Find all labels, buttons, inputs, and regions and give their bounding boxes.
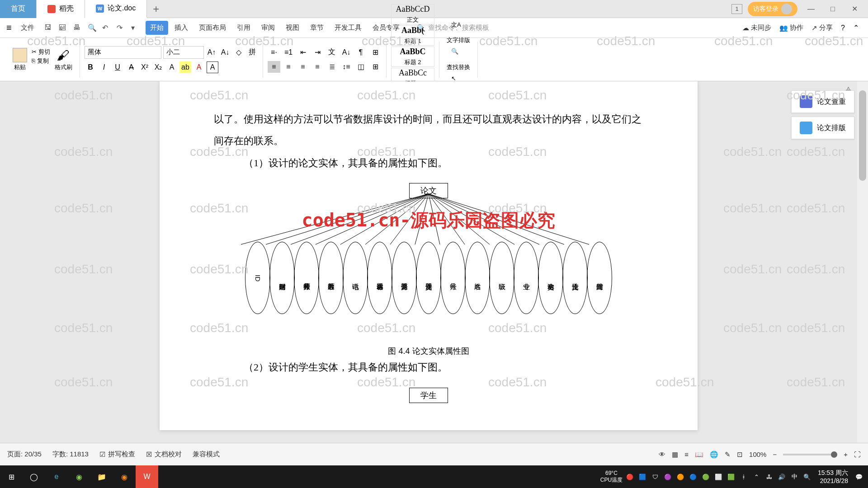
tab-add-button[interactable]: +: [147, 3, 165, 15]
help-icon[interactable]: ?: [841, 24, 845, 32]
style-body[interactable]: AaBbCcD正文: [391, 4, 434, 24]
align-right-button[interactable]: ≡: [297, 61, 309, 73]
show-marks-button[interactable]: ¶: [354, 47, 367, 58]
line-spacing-button[interactable]: ↕≡: [340, 61, 353, 73]
italic-button[interactable]: I: [98, 61, 110, 73]
numbering-button[interactable]: ≡1: [282, 47, 295, 58]
tray-icon-9[interactable]: 🟩: [726, 471, 736, 482]
font-size-select[interactable]: [163, 46, 204, 59]
cut-button[interactable]: ✂剪切: [32, 48, 50, 56]
collab-button[interactable]: 👥协作: [779, 23, 803, 32]
strikethrough-button[interactable]: A̶: [125, 61, 137, 73]
proofread-button[interactable]: ☒文档校对: [146, 450, 182, 459]
asian-layout-button[interactable]: 文: [326, 47, 338, 58]
explorer-icon[interactable]: 📁: [90, 465, 113, 488]
view-page-icon[interactable]: ▦: [672, 450, 678, 459]
tray-icon-5[interactable]: 🟠: [675, 471, 686, 482]
login-badge[interactable]: 访客登录: [748, 2, 797, 16]
tab-home[interactable]: 首页: [0, 0, 37, 18]
tray-icon-8[interactable]: ⬜: [713, 471, 724, 482]
align-justify-button[interactable]: ≡: [311, 61, 324, 73]
menu-start[interactable]: 开始: [146, 21, 168, 35]
menu-layout[interactable]: 页面布局: [194, 21, 231, 35]
tabs-button[interactable]: ⊞: [369, 47, 382, 58]
tray-icon-6[interactable]: 🔵: [688, 471, 698, 482]
box-indicator[interactable]: 1: [731, 4, 742, 14]
copy-button[interactable]: ⎘复制: [32, 57, 50, 65]
find-replace-button[interactable]: 🔍查找替换: [444, 48, 473, 71]
app-icon-1[interactable]: ◉: [113, 465, 136, 488]
align-center-button[interactable]: ≡: [282, 61, 295, 73]
distribute-button[interactable]: ≣: [326, 61, 338, 73]
align-left-button[interactable]: ≡: [268, 61, 280, 73]
tab-doke[interactable]: 稻壳: [37, 0, 85, 18]
bullets-button[interactable]: ≡·: [268, 47, 280, 58]
network-icon[interactable]: 🖧: [764, 471, 774, 482]
phonetic-button[interactable]: 拼: [246, 47, 258, 58]
style-heading2[interactable]: AaBbC标题 2: [391, 47, 434, 67]
grow-font-button[interactable]: A↑: [206, 47, 217, 58]
eye-icon[interactable]: 👁: [659, 450, 665, 458]
menu-devtools[interactable]: 开发工具: [330, 21, 366, 35]
zoom-slider[interactable]: [783, 454, 837, 455]
collapse-ribbon-icon[interactable]: ⌃: [853, 23, 859, 32]
tray-up-icon[interactable]: ⌃: [751, 471, 762, 482]
font-color-button[interactable]: A: [193, 61, 205, 73]
ie-icon[interactable]: e: [45, 465, 68, 488]
decrease-indent-button[interactable]: ⇤: [297, 47, 309, 58]
ime-icon[interactable]: 中: [789, 471, 800, 482]
format-painter-button[interactable]: 🖌 格式刷: [52, 48, 75, 71]
close-button[interactable]: ✕: [846, 1, 863, 17]
font-family-select[interactable]: [85, 46, 161, 59]
tray-icon-1[interactable]: 🔴: [624, 471, 635, 482]
menu-review[interactable]: 审阅: [257, 21, 279, 35]
view-outline-icon[interactable]: ≡: [684, 450, 689, 458]
wps-icon[interactable]: W: [136, 465, 158, 488]
preview-icon[interactable]: 🔍: [88, 23, 97, 33]
borders-button[interactable]: ⊞: [369, 61, 382, 73]
browser-icon[interactable]: ◉: [68, 465, 90, 488]
fit-icon[interactable]: ⊡: [737, 450, 743, 459]
zoom-in-button[interactable]: +: [844, 450, 848, 458]
tray-icon-4[interactable]: 🟣: [662, 471, 673, 482]
spellcheck-button[interactable]: ☑拼写检查: [99, 450, 135, 459]
increase-indent-button[interactable]: ⇥: [311, 47, 324, 58]
print-direct-icon[interactable]: 🗟: [59, 23, 68, 33]
redo-icon[interactable]: ↷: [117, 23, 126, 33]
paper-layout-button[interactable]: 论文排版: [791, 117, 854, 139]
highlight-button[interactable]: ab: [179, 61, 191, 73]
print-icon[interactable]: 🖶: [73, 23, 82, 33]
zoom-out-button[interactable]: −: [773, 450, 777, 458]
share-button[interactable]: ↗分享: [811, 23, 833, 32]
shrink-font-button[interactable]: A↓: [219, 47, 231, 58]
scrollbar-thumb[interactable]: [859, 90, 866, 181]
view-web-icon[interactable]: 🌐: [710, 450, 718, 459]
subscript-button[interactable]: X₂: [152, 61, 164, 73]
save-icon[interactable]: 🖫: [44, 23, 53, 33]
clear-format-button[interactable]: ◇: [233, 47, 245, 58]
minimize-button[interactable]: —: [803, 1, 819, 17]
start-button[interactable]: ⊞: [0, 465, 23, 488]
menu-chapter[interactable]: 章节: [306, 21, 328, 35]
char-border-button[interactable]: A: [207, 61, 218, 73]
superscript-button[interactable]: X²: [139, 61, 151, 73]
bluetooth-icon[interactable]: ᚼ: [738, 471, 749, 482]
fullscreen-icon[interactable]: ⛶: [854, 450, 861, 458]
menu-view[interactable]: 视图: [281, 21, 304, 35]
zoom-level[interactable]: 100%: [749, 450, 766, 458]
volume-icon[interactable]: 🔊: [776, 471, 787, 482]
tab-document[interactable]: W 论文.doc: [85, 0, 147, 18]
text-effects-button[interactable]: A: [166, 61, 178, 73]
menu-insert[interactable]: 插入: [170, 21, 193, 35]
sort-button[interactable]: A↓: [340, 47, 353, 58]
paste-button[interactable]: 粘贴: [10, 48, 30, 71]
underline-button[interactable]: U: [112, 61, 123, 73]
clock[interactable]: 15:53 周六 2021/8/28: [814, 469, 852, 484]
maximize-button[interactable]: □: [825, 1, 841, 17]
text-layout-button[interactable]: 文A文字排版: [444, 21, 473, 44]
tray-icon-3[interactable]: 🛡: [650, 471, 660, 482]
annotate-icon[interactable]: ✎: [725, 450, 731, 459]
qat-dropdown-icon[interactable]: ▾: [131, 23, 140, 33]
bold-button[interactable]: B: [85, 61, 96, 73]
vertical-scrollbar[interactable]: [857, 81, 868, 465]
